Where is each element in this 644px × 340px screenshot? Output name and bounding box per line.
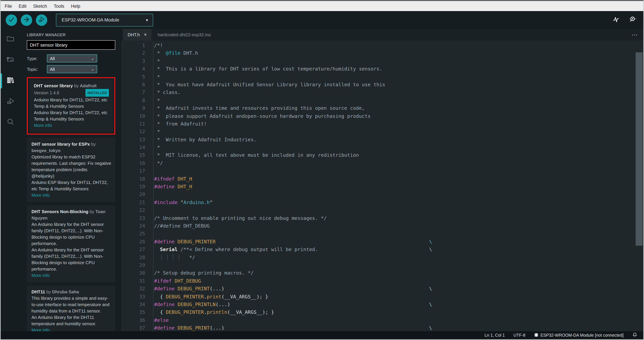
line-number: 14 — [121, 144, 145, 151]
code-line[interactable]: 24//#define DHT_DEBUG — [121, 222, 643, 230]
code-line[interactable]: 29 — [121, 261, 643, 269]
menu-help[interactable]: Help — [68, 4, 84, 9]
code-text: #define DEBUG_PRINT(...) \ — [153, 285, 643, 293]
serial-plotter-icon[interactable] — [612, 16, 620, 25]
library-search-input[interactable] — [27, 40, 115, 50]
code-line[interactable]: 15 * MIT license, all text above must be… — [121, 151, 643, 159]
more-info-link[interactable]: More info — [32, 327, 50, 331]
verify-button[interactable] — [6, 14, 17, 26]
code-line[interactable]: 37#define DEBUG_PRINT(...) \ — [121, 324, 643, 331]
menu-tools[interactable]: Tools — [50, 4, 68, 9]
sidebar-item-library-manager[interactable] — [1, 71, 20, 91]
upload-button[interactable] — [21, 14, 32, 26]
line-number: 22 — [121, 206, 145, 214]
code-line[interactable]: 26#define DEBUG_PRINTER \ — [121, 238, 643, 246]
code-line[interactable]: 5 * — [121, 73, 643, 81]
code-line[interactable]: 18#ifndef DHT_H — [121, 175, 643, 183]
code-line[interactable]: 2 * @file DHT.h — [121, 50, 643, 57]
board-selector-dropdown[interactable]: ESP32-WROOM-DA Module ▼ — [56, 14, 153, 26]
code-line[interactable]: 9 * Adafruit invests time and resources … — [121, 104, 643, 112]
sidebar-item-boards-manager[interactable] — [1, 50, 20, 71]
code-line[interactable]: 23/* Uncomment to enable printing out ni… — [121, 214, 643, 222]
library-author: Adafruit — [80, 83, 97, 88]
editor-area: DHT.h✕hardcoded-dht22-esp32.ino⋯ 1/*!2 *… — [120, 29, 643, 331]
library-version-row: Version 1.4.6INSTALLED — [34, 89, 109, 97]
code-line[interactable]: 1/*! — [121, 42, 643, 50]
line-number: 1 — [121, 42, 145, 50]
sidebar-item-search[interactable] — [1, 112, 20, 133]
code-line[interactable]: 34#define DEBUG_PRINTLN(...) \ — [121, 301, 643, 309]
code-line[interactable]: 36#else — [121, 316, 643, 324]
filter-select-topic[interactable]: All⌄ — [47, 65, 97, 73]
library-entry-title-line: DHT sensor library by Adafruit — [34, 83, 109, 89]
code-line[interactable]: 10 * please support Adafruit andopen-sou… — [121, 112, 643, 120]
more-info-link[interactable]: More info — [32, 272, 50, 279]
tab-dht-h[interactable]: DHT.h✕ — [123, 29, 152, 41]
code-line[interactable]: 12 * — [121, 128, 643, 136]
chevron-down-icon: ▼ — [145, 18, 149, 22]
active-indicator — [1, 74, 2, 88]
code-line[interactable]: 7 * class. — [121, 89, 643, 97]
filter-label: Topic: — [27, 67, 47, 72]
code-line[interactable]: 20 — [121, 191, 643, 199]
notifications-bell-icon[interactable] — [632, 332, 637, 338]
code-line[interactable]: 6 * You must have Adafruit Unified Senso… — [121, 81, 643, 89]
sidebar-item-sketchbook[interactable] — [1, 29, 20, 50]
menu-sketch[interactable]: Sketch — [30, 4, 50, 9]
code-line[interactable]: 22 — [121, 206, 643, 214]
code-line[interactable]: 17 — [121, 167, 643, 175]
code-line[interactable]: 13 * Written by Adafruit Industries. — [121, 136, 643, 144]
code-line[interactable]: 35 { DEBUG_PRINTER.println(__VA_ARGS__);… — [121, 309, 643, 316]
library-by: by — [73, 83, 80, 88]
line-number: 20 — [121, 191, 145, 199]
library-by: by — [88, 209, 96, 214]
installed-badge: INSTALLED — [86, 89, 109, 97]
code-line[interactable]: 4 * This is a library for DHT series of … — [121, 65, 643, 73]
filter-row-type: Type:All⌄ — [27, 54, 115, 62]
code-line[interactable]: 14 * — [121, 144, 643, 151]
code-line[interactable]: 16 */ — [121, 159, 643, 167]
code-line[interactable]: 19#define DHT_H — [121, 183, 643, 191]
sidebar-item-debug[interactable] — [1, 91, 20, 112]
code-text: * — [153, 144, 643, 151]
library-entry-title-line: DHT Sensors Non-Blocking by Toan Nguyen — [32, 208, 111, 221]
code-line[interactable]: 31#ifdef DHT_DEBUG — [121, 277, 643, 285]
library-entry[interactable]: DHT sensor library for ESPx by beegee_to… — [27, 138, 115, 202]
debug-button[interactable] — [36, 14, 47, 26]
more-info-link[interactable]: More info — [34, 122, 52, 128]
menu-file[interactable]: File — [1, 4, 16, 9]
chevron-down-icon: ⌄ — [91, 56, 94, 61]
menu-edit[interactable]: Edit — [16, 4, 30, 9]
code-line[interactable]: 25 — [121, 230, 643, 238]
library-entry[interactable]: DHT Sensors Non-Blocking by Toan NguyenA… — [27, 205, 115, 282]
library-entry[interactable]: DHT11 by Dhruba SahaThis library provide… — [27, 286, 115, 331]
vertical-scrollbar[interactable] — [636, 52, 643, 246]
filter-select-type[interactable]: All⌄ — [47, 54, 97, 62]
code-text: * please support Adafruit andopen-source… — [153, 112, 643, 120]
board-status[interactable]: ESP32-WROOM-DA Module [not connected] — [534, 332, 624, 338]
close-tab-icon[interactable]: ✕ — [144, 33, 147, 37]
toolbar: ESP32-WROOM-DA Module ▼ — [1, 11, 643, 29]
code-line[interactable]: 21#include "Arduino.h" — [121, 199, 643, 207]
code-text: #ifdef DHT_DEBUG — [153, 277, 643, 285]
line-number: 15 — [121, 151, 145, 159]
line-number: 24 — [121, 222, 145, 230]
more-info-link[interactable]: More info — [32, 192, 50, 198]
code-line[interactable]: 33 { DEBUG_PRINTER.print(__VA_ARGS__); } — [121, 293, 643, 301]
code-line[interactable]: 32#define DEBUG_PRINT(...) \ — [121, 285, 643, 293]
serial-monitor-icon[interactable] — [628, 15, 637, 25]
code-line[interactable]: 3 * — [121, 57, 643, 65]
tab-label: hardcoded-dht22-esp32.ino — [158, 32, 211, 37]
code-line[interactable]: 8 * — [121, 96, 643, 104]
code-editor[interactable]: 1/*!2 * @file DHT.h3 *4 * This is a libr… — [121, 41, 643, 331]
line-number: 12 — [121, 128, 145, 136]
code-line[interactable]: 28 │ │ │ │ */ — [121, 254, 643, 261]
code-line[interactable]: 27 Serial /**< Define where debug output… — [121, 246, 643, 254]
library-entry[interactable]: DHT sensor library by AdafruitVersion 1.… — [29, 80, 113, 132]
code-text: /* Setup debug printing macros. */ — [153, 269, 643, 277]
panel-title: LIBRARY MANAGER — [27, 33, 115, 37]
editor-overflow-menu-icon[interactable]: ⋯ — [632, 31, 638, 38]
code-line[interactable]: 11 * from Adafruit! — [121, 120, 643, 128]
tab-hardcoded-dht22-esp32-ino[interactable]: hardcoded-dht22-esp32.ino — [152, 29, 217, 41]
code-line[interactable]: 30/* Setup debug printing macros. */ — [121, 269, 643, 277]
